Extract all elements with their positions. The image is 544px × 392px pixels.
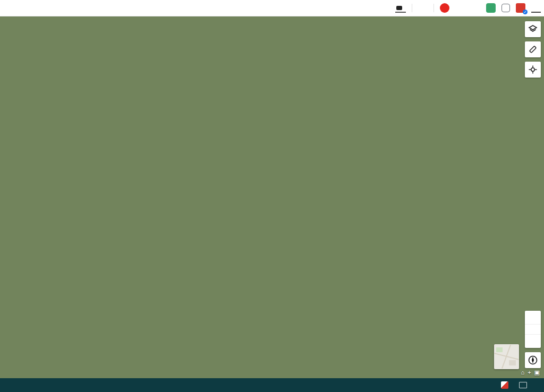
- measure-button[interactable]: [525, 41, 541, 57]
- attribution-icons: ⌂ + ▣: [521, 369, 540, 376]
- add-icon[interactable]: +: [528, 369, 531, 376]
- zoom-out-button[interactable]: [525, 334, 541, 348]
- download-icon[interactable]: [531, 4, 541, 13]
- layers-button[interactable]: [525, 21, 541, 37]
- minimap-area: [496, 347, 503, 352]
- zoom-control: [525, 311, 541, 348]
- position-icon: [528, 65, 538, 74]
- browser-toolbar: ✓: [0, 0, 544, 16]
- imagery-icon[interactable]: ▣: [534, 369, 540, 376]
- tray-app-icon[interactable]: [501, 381, 508, 389]
- pdf-badge: ✓: [523, 10, 528, 14]
- compass-icon: [528, 355, 538, 365]
- layers-icon: [528, 24, 538, 34]
- feedback-button[interactable]: [395, 3, 406, 13]
- zoom-in-button[interactable]: [525, 311, 541, 324]
- pdf-extension-icon[interactable]: ✓: [516, 3, 525, 13]
- zoom-levels-button[interactable]: [525, 324, 541, 334]
- overview-minimap[interactable]: [494, 344, 519, 369]
- home-icon[interactable]: ⌂: [521, 369, 525, 376]
- feedback-bubble-icon: [396, 6, 402, 10]
- tray-window-icon[interactable]: [519, 382, 527, 388]
- map-viewport[interactable]: ⌂ + ▣: [0, 16, 544, 378]
- yandex-browser-icon[interactable]: [440, 3, 449, 13]
- windows-taskbar: [0, 378, 544, 392]
- yandex-letter-icon[interactable]: [455, 3, 465, 13]
- my-location-button[interactable]: [525, 62, 541, 78]
- map-tools: [525, 21, 541, 78]
- gesture-extension-icon[interactable]: [502, 4, 510, 12]
- minimap-area: [509, 360, 516, 365]
- toolbar-separator: [434, 4, 434, 12]
- compass-button[interactable]: [525, 352, 541, 368]
- browser-toolbar-icons: ✓: [395, 0, 541, 16]
- ruler-icon: [528, 45, 538, 54]
- toolbar-separator: [412, 4, 412, 12]
- info-extension-icon[interactable]: [471, 3, 480, 13]
- adblock-extension-icon[interactable]: [486, 3, 496, 13]
- bookmark-icon[interactable]: [418, 3, 428, 13]
